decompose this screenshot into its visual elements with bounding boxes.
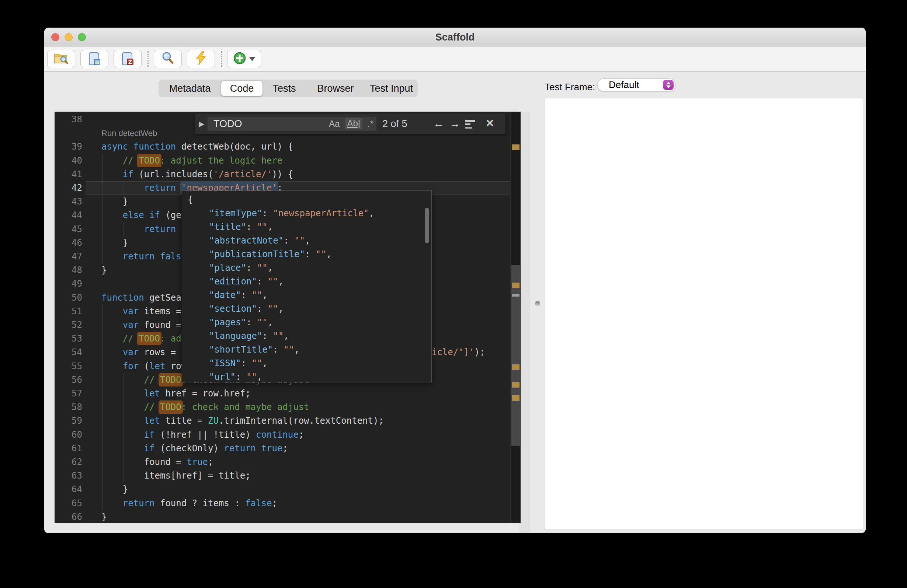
line-number: 51 (54, 305, 82, 318)
search-match-mark (512, 382, 519, 388)
tooltip-json-line: "itemType": "newspaperArticle", (182, 207, 431, 220)
tooltip-json-line: { (182, 193, 431, 207)
tooltip-json-line: "title": "", (182, 220, 431, 234)
highlight-all-icon[interactable] (465, 120, 475, 130)
close-find-button[interactable]: ✕ (486, 113, 494, 133)
test-frame-dropdown[interactable]: Default (597, 78, 675, 91)
toolbar-separator (147, 51, 149, 67)
plus-circle-icon (233, 51, 246, 66)
code-line: async function detectWeb(doc, url) { (101, 140, 293, 153)
save-to-zotero-button[interactable]: Z (114, 50, 142, 68)
line-number: 46 (54, 236, 82, 250)
search-input-field[interactable] (213, 118, 324, 130)
detect-button[interactable] (154, 50, 182, 68)
tab-browser[interactable]: Browser (306, 80, 365, 97)
tooltip-json-line: "date": "", (182, 288, 431, 302)
code-line: } (101, 195, 128, 209)
tab-tests[interactable]: Tests (263, 80, 306, 97)
annotation-gutter[interactable] (510, 112, 521, 523)
tooltip-lines: { "itemType": "newspaperArticle", "title… (182, 191, 431, 382)
whole-word-toggle[interactable]: Ab| (345, 118, 362, 129)
code-line: found = true; (101, 455, 213, 469)
search-input[interactable]: Aa Ab| .* (208, 117, 377, 131)
tooltip-json-line: "language": "", (182, 329, 431, 343)
scaffold-window: Scaffold (44, 28, 866, 533)
popup-stepper-icon (663, 80, 674, 90)
line-number: 59 (54, 414, 82, 428)
run-detectweb-code-lens[interactable]: Run detectWeb (101, 126, 157, 140)
tooltip-json-line: "abstractNote": "", (182, 234, 431, 248)
code-row: 63 items[href] = title; (54, 469, 510, 483)
line-number: 45 (54, 222, 82, 236)
tab-metadata[interactable]: Metadata (159, 80, 221, 97)
tooltip-json-line: "url": "", (182, 370, 431, 382)
tab-test-input[interactable]: Test Input (365, 80, 418, 97)
line-number: 38 (54, 113, 82, 126)
line-number: 52 (54, 318, 82, 332)
code-line: let title = ZU.trimInternal(row.textCont… (101, 414, 384, 428)
code-row: 41 if (url.includes('/article/')) { (54, 168, 510, 182)
chevron-down-icon (249, 57, 255, 61)
line-number: 58 (54, 401, 82, 414)
code-row: 58 // TODO: check and maybe adjust (54, 401, 510, 414)
tab-code[interactable]: Code (221, 81, 263, 96)
code-row: 60 if (!href || !title) continue; (54, 428, 510, 442)
title-bar[interactable]: Scaffold (44, 28, 866, 47)
line-number: 40 (54, 154, 82, 168)
line-number: 61 (54, 442, 82, 455)
tooltip-scrollbar-thumb[interactable] (425, 208, 429, 243)
test-frame-selected-value: Default (609, 79, 639, 91)
code-row: 40 // TODO: adjust the logic here (54, 154, 510, 168)
toolbar: Z (44, 47, 866, 72)
pane-divider (519, 112, 530, 533)
code-line: // TODO: check and maybe adjust (101, 401, 309, 414)
tooltip-json-line: "pages": "", (182, 316, 431, 329)
line-number: 43 (54, 195, 82, 209)
window-title: Scaffold (44, 28, 866, 47)
code-line: } (101, 264, 107, 277)
open-translator-button[interactable] (47, 50, 75, 68)
save-translator-button[interactable] (80, 50, 108, 68)
pane-splitter-grabber[interactable] (535, 301, 540, 306)
search-match-mark (512, 283, 519, 288)
find-disclosure-triangle[interactable]: ▶ (199, 113, 204, 134)
tooltip-json-line: "edition": "", (182, 275, 431, 288)
code-row: 59 let title = ZU.trimInternal(row.textC… (54, 414, 510, 428)
line-number: 50 (54, 291, 82, 305)
code-line: return found ? items : false; (101, 497, 277, 510)
code-row: 57 let href = row.href; (54, 387, 510, 401)
line-number: 41 (54, 168, 82, 181)
run-do-web-button[interactable] (187, 50, 215, 68)
lightning-icon (195, 51, 207, 67)
browser-panel[interactable] (544, 98, 863, 530)
tab-bar: Metadata Code Tests Browser Test Input (159, 80, 418, 97)
code-line: if (checkOnly) return true; (101, 442, 288, 455)
scroll-save-icon (88, 51, 101, 67)
search-match-mark (512, 144, 519, 150)
cursor-position-mark (512, 294, 519, 297)
match-case-toggle[interactable]: Aa (329, 119, 340, 129)
line-number: 60 (54, 428, 82, 442)
previous-match-button[interactable]: ← (433, 113, 444, 133)
code-line: items[href] = title; (101, 469, 251, 483)
search-match-mark (512, 395, 519, 401)
code-line: } (101, 236, 128, 250)
next-match-button[interactable]: → (449, 113, 460, 133)
code-editor[interactable]: 38Run detectWeb39async function detectWe… (54, 112, 521, 523)
line-number: 57 (54, 387, 82, 401)
magnifier-icon (161, 51, 175, 66)
find-bar: ▶ Aa Ab| .* 2 of 5 ← → ✕ (195, 113, 506, 134)
line-number: 64 (54, 483, 82, 496)
tooltip-json-line: "publicationTitle": "", (182, 248, 431, 261)
test-frame-label: Test Frame: (545, 81, 595, 93)
regex-toggle[interactable]: .* (368, 119, 373, 129)
tooltip-json-line: "place": "", (182, 261, 431, 275)
desktop-background: Scaffold (0, 0, 907, 588)
line-number: 55 (54, 360, 82, 373)
new-template-button[interactable] (227, 50, 261, 68)
line-number: 63 (54, 469, 82, 483)
code-row: 61 if (checkOnly) return true; (54, 442, 510, 456)
editor-scrollbar-thumb[interactable] (511, 265, 520, 446)
scroll-zotero-icon: Z (121, 51, 134, 67)
code-row: 39async function detectWeb(doc, url) { (54, 140, 510, 154)
